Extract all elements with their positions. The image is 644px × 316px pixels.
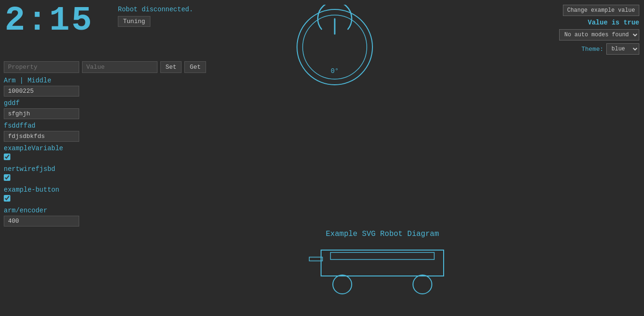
- svg-rect-5: [330, 252, 434, 259]
- property-value-input-6[interactable]: [4, 216, 79, 227]
- theme-select[interactable]: blue green red: [606, 43, 639, 55]
- property-label-0: Arm | Middle: [4, 77, 213, 84]
- svg-rect-4: [321, 250, 444, 276]
- property-section-6: arm/encoder: [4, 207, 213, 227]
- robot-status: Robot disconnected.: [118, 6, 193, 13]
- clock-display: 2:15: [5, 4, 108, 38]
- property-label-1: gddf: [4, 99, 213, 107]
- value-input[interactable]: [82, 61, 157, 73]
- property-entries: Arm | MiddlegddffsddffadexampleVariablen…: [4, 77, 213, 227]
- property-section-2: fsddffad: [4, 122, 213, 142]
- tuning-button[interactable]: Tuning: [118, 16, 150, 27]
- property-checkbox-3[interactable]: [4, 154, 10, 160]
- header-middle: Robot disconnected. Tuning: [118, 6, 193, 27]
- value-status: Value is true: [588, 19, 639, 26]
- top-right-controls: Change example value Value is true No au…: [559, 5, 639, 55]
- theme-row: Theme: blue green red: [581, 43, 639, 55]
- svg-point-8: [413, 275, 432, 294]
- property-section-1: gddf: [4, 99, 213, 119]
- robot-svg: [307, 243, 458, 300]
- svg-rect-6: [309, 257, 322, 261]
- property-section-0: Arm | Middle: [4, 77, 213, 97]
- property-value-input-2[interactable]: [4, 131, 79, 142]
- property-checkbox-5[interactable]: [4, 195, 10, 202]
- change-example-button[interactable]: Change example value: [563, 5, 639, 16]
- set-button[interactable]: Set: [160, 61, 182, 73]
- gyro-area: 0°: [292, 5, 377, 89]
- property-label-5: example-button: [4, 186, 213, 194]
- property-checkbox-4[interactable]: [4, 174, 10, 181]
- get-button[interactable]: Get: [184, 61, 206, 73]
- svg-point-7: [333, 275, 352, 294]
- svg-text:0°: 0°: [331, 67, 339, 75]
- theme-label: Theme:: [581, 46, 603, 53]
- property-section-3: exampleVariable: [4, 145, 213, 162]
- robot-diagram: Example SVG Robot Diagram: [307, 230, 458, 302]
- property-label-6: arm/encoder: [4, 207, 213, 214]
- robot-diagram-label: Example SVG Robot Diagram: [307, 230, 458, 238]
- property-label-4: nertwirefjsbd: [4, 165, 213, 173]
- property-section-5: example-button: [4, 186, 213, 204]
- gyro-svg: 0°: [292, 5, 377, 89]
- auto-modes-select[interactable]: No auto modes found: [559, 29, 639, 41]
- property-label-2: fsddffad: [4, 122, 213, 130]
- property-header: Set Get: [4, 61, 213, 73]
- property-section-4: nertwirefjsbd: [4, 165, 213, 183]
- property-label-3: exampleVariable: [4, 145, 213, 152]
- property-value-input-1[interactable]: [4, 108, 79, 119]
- property-input[interactable]: [4, 61, 79, 73]
- property-panel: Set Get Arm | MiddlegddffsddffadexampleV…: [0, 61, 217, 229]
- property-value-input-0[interactable]: [4, 86, 79, 97]
